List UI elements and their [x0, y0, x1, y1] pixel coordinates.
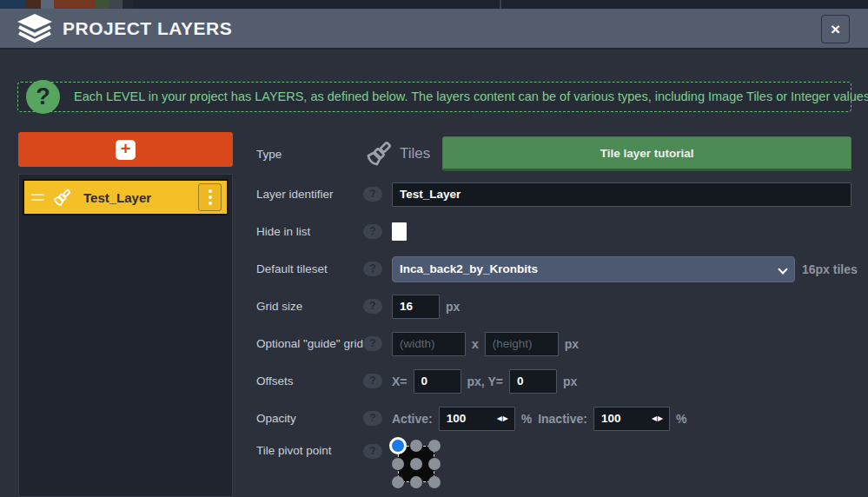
layer-list-sidebar: + Test_Layer: [18, 132, 233, 497]
help-circle-icon: ?: [26, 80, 60, 114]
help-icon[interactable]: ?: [363, 262, 382, 276]
pivot-dot[interactable]: [428, 440, 441, 452]
bg-segment: [41, 0, 54, 9]
hide-in-list-row: Hide in list ?: [243, 213, 868, 250]
help-icon[interactable]: ?: [363, 374, 382, 388]
offset-x-prefix: X=: [392, 374, 407, 388]
help-icon[interactable]: ?: [363, 224, 382, 239]
pivot-dot[interactable]: [392, 476, 404, 488]
info-banner-text: Each LEVEL in your project has LAYERS, a…: [74, 83, 851, 111]
bg-segment: [26, 0, 41, 9]
default-tileset-label: Default tileset: [256, 262, 363, 275]
opacity-active-unit: %: [521, 412, 532, 426]
opacity-active-input[interactable]: [439, 407, 515, 431]
default-tileset-select[interactable]: Inca_back2_by_Kronbits: [392, 256, 795, 282]
tileset-size-text: 16px tiles: [802, 262, 858, 276]
bg-segment: [54, 0, 96, 9]
offsets-row: Offsets ? X= px, Y= px: [243, 362, 868, 400]
guide-grid-row: Optional "guide" grid ? x px: [243, 325, 868, 362]
grid-size-row: Grid size ? px: [243, 288, 868, 325]
tile-pivot-widget: [392, 440, 442, 490]
tiles-type-brush-icon: [363, 138, 394, 169]
opacity-inactive-label: Inactive:: [538, 412, 587, 426]
guide-height-input[interactable]: [485, 332, 559, 356]
opacity-inactive-input[interactable]: [593, 407, 670, 431]
pivot-dot[interactable]: [392, 440, 404, 452]
pivot-dot[interactable]: [428, 476, 441, 488]
help-icon[interactable]: ?: [363, 336, 382, 351]
help-icon[interactable]: ?: [363, 444, 382, 459]
bg-segment: [133, 0, 500, 9]
opacity-label: Opacity: [256, 412, 363, 425]
bg-segment: [0, 0, 26, 9]
offset-x-input[interactable]: [414, 369, 461, 394]
plus-icon: +: [116, 140, 136, 160]
offsets-label: Offsets: [256, 374, 363, 388]
tile-brush-icon: [51, 187, 73, 209]
pivot-dot[interactable]: [392, 458, 404, 470]
pivot-dot[interactable]: [428, 458, 441, 470]
type-label: Type: [256, 148, 363, 161]
page-title: PROJECT LAYERS: [63, 18, 232, 39]
layer-identifier-input[interactable]: [392, 182, 851, 207]
tile-pivot-row: Tile pivot point ?: [243, 437, 868, 489]
hide-in-list-label: Hide in list: [256, 225, 363, 238]
bg-segment: [123, 0, 133, 9]
project-layers-panel: ? Each LEVEL in your project has LAYERS,…: [0, 50, 868, 497]
pivot-dot[interactable]: [410, 476, 422, 488]
guide-separator: x: [472, 337, 479, 351]
type-value: Tiles: [400, 145, 430, 162]
opacity-inactive-unit: %: [676, 412, 686, 426]
layer-menu-button[interactable]: [198, 183, 222, 211]
opacity-row: Opacity ? Active: ◂▸ % Inactive: ◂▸ %: [243, 400, 868, 437]
pivot-dot[interactable]: [410, 458, 422, 470]
tile-layer-tutorial-button[interactable]: Tile layer tutorial: [442, 136, 851, 171]
guide-grid-unit: px: [565, 337, 579, 351]
layer-name: Test_Layer: [83, 190, 151, 205]
pivot-dot[interactable]: [410, 440, 422, 452]
opacity-active-label: Active:: [392, 412, 433, 426]
layer-settings-form: Type Tiles Tile layer tutorial Layer ide…: [243, 132, 868, 497]
identifier-label: Layer identifier: [256, 188, 363, 201]
hide-in-list-checkbox[interactable]: [392, 222, 407, 241]
grid-size-unit: px: [446, 300, 460, 314]
drag-handle-icon[interactable]: [31, 194, 44, 201]
guide-width-input[interactable]: [392, 332, 466, 356]
default-tileset-row: Default tileset ? Inca_back2_by_Kronbits…: [243, 250, 868, 288]
tile-pivot-label: Tile pivot point: [256, 444, 363, 457]
info-banner: ? Each LEVEL in your project has LAYERS,…: [17, 82, 851, 112]
layer-list: Test_Layer: [18, 174, 233, 497]
grid-size-input[interactable]: [392, 295, 440, 319]
offsets-unit: px: [563, 374, 577, 388]
offset-mid-text: px, Y=: [467, 374, 503, 388]
type-row: Type Tiles Tile layer tutorial: [243, 132, 868, 176]
help-icon[interactable]: ?: [363, 411, 382, 426]
bg-segment: [501, 0, 868, 9]
identifier-row: Layer identifier ?: [243, 176, 868, 213]
grid-size-label: Grid size: [256, 300, 363, 313]
guide-grid-label: Optional "guide" grid: [256, 337, 363, 350]
window-titlebar: PROJECT LAYERS ×: [0, 9, 868, 50]
offset-y-input[interactable]: [509, 369, 557, 394]
layer-list-item[interactable]: Test_Layer: [23, 179, 229, 215]
help-icon[interactable]: ?: [363, 299, 382, 314]
help-icon[interactable]: ?: [363, 187, 382, 202]
layers-icon: [17, 14, 52, 43]
bg-segment: [109, 0, 123, 9]
background-app-strip: [0, 0, 868, 9]
close-button[interactable]: ×: [821, 15, 850, 43]
bg-segment: [96, 0, 109, 9]
add-layer-button[interactable]: +: [18, 132, 233, 167]
